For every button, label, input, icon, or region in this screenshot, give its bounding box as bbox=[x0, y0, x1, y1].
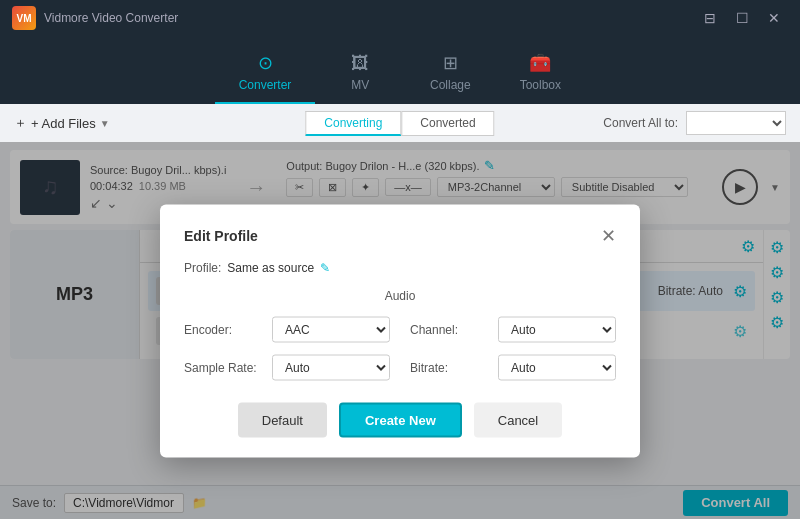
convert-all-label: Convert All to: bbox=[603, 116, 678, 130]
title-bar: VM Vidmore Video Converter ⊟ ☐ ✕ bbox=[0, 0, 800, 36]
dropdown-arrow-icon: ▼ bbox=[100, 118, 110, 129]
channel-row: Channel: Auto Stereo Mono bbox=[410, 316, 616, 342]
title-bar-left: VM Vidmore Video Converter bbox=[12, 6, 178, 30]
modal-title-row: Edit Profile ✕ bbox=[184, 224, 616, 246]
encoder-select[interactable]: AAC MP3 AC3 FLAC bbox=[272, 316, 390, 342]
converted-tab[interactable]: Converted bbox=[401, 111, 494, 136]
main-content: ♫ Source: Bugoy Dril... kbps).i 00:04:32… bbox=[0, 142, 800, 519]
modal-form: Encoder: AAC MP3 AC3 FLAC Channel: Auto … bbox=[184, 316, 616, 380]
modal-close-button[interactable]: ✕ bbox=[601, 224, 616, 246]
convert-tab-switcher: Converting Converted bbox=[305, 111, 494, 136]
tab-toolbox[interactable]: 🧰 Toolbox bbox=[495, 44, 585, 104]
encoder-row: Encoder: AAC MP3 AC3 FLAC bbox=[184, 316, 390, 342]
bitrate-row: Bitrate: Auto 128k 192k 320k bbox=[410, 354, 616, 380]
add-files-button[interactable]: ＋ + Add Files ▼ bbox=[14, 114, 110, 132]
sample-rate-row: Sample Rate: Auto 44100 48000 bbox=[184, 354, 390, 380]
sub-toolbar-inner: ＋ + Add Files ▼ Converting Converted Con… bbox=[14, 111, 786, 135]
sub-toolbar: ＋ + Add Files ▼ Converting Converted Con… bbox=[0, 104, 800, 142]
profile-edit-icon[interactable]: ✎ bbox=[320, 260, 330, 274]
sample-rate-label: Sample Rate: bbox=[184, 360, 264, 374]
modal-profile-row: Profile: Same as source ✎ bbox=[184, 260, 616, 274]
maximize-button[interactable]: ☐ bbox=[728, 8, 756, 28]
bitrate-label: Bitrate: bbox=[410, 360, 490, 374]
tab-converter[interactable]: ⊙ Converter bbox=[215, 44, 316, 104]
converting-tab[interactable]: Converting bbox=[305, 111, 401, 136]
app-title: Vidmore Video Converter bbox=[44, 11, 178, 25]
title-bar-controls: ⊟ ☐ ✕ bbox=[696, 8, 788, 28]
tab-toolbox-label: Toolbox bbox=[520, 78, 561, 92]
profile-value: Same as source bbox=[227, 260, 314, 274]
encoder-label: Encoder: bbox=[184, 322, 264, 336]
app-icon: VM bbox=[12, 6, 36, 30]
default-button[interactable]: Default bbox=[238, 402, 327, 437]
minimize-button[interactable]: ⊟ bbox=[696, 8, 724, 28]
modal-title-text: Edit Profile bbox=[184, 227, 258, 243]
tab-converter-label: Converter bbox=[239, 78, 292, 92]
convert-all-select[interactable] bbox=[686, 111, 786, 135]
modal-footer: Default Create New Cancel bbox=[184, 398, 616, 437]
tab-collage-label: Collage bbox=[430, 78, 471, 92]
cancel-button[interactable]: Cancel bbox=[474, 402, 562, 437]
tab-collage[interactable]: ⊞ Collage bbox=[405, 44, 495, 104]
plus-icon: ＋ bbox=[14, 114, 27, 132]
sample-rate-select[interactable]: Auto 44100 48000 bbox=[272, 354, 390, 380]
tab-mv[interactable]: 🖼 MV bbox=[315, 45, 405, 104]
converter-icon: ⊙ bbox=[258, 52, 273, 74]
tab-mv-label: MV bbox=[351, 78, 369, 92]
channel-label: Channel: bbox=[410, 322, 490, 336]
collage-icon: ⊞ bbox=[443, 52, 458, 74]
close-button[interactable]: ✕ bbox=[760, 8, 788, 28]
nav-bar: ⊙ Converter 🖼 MV ⊞ Collage 🧰 Toolbox bbox=[0, 36, 800, 104]
create-new-button[interactable]: Create New bbox=[339, 402, 462, 437]
channel-modal-select[interactable]: Auto Stereo Mono bbox=[498, 316, 616, 342]
add-files-label: + Add Files bbox=[31, 116, 96, 131]
bitrate-select[interactable]: Auto 128k 192k 320k bbox=[498, 354, 616, 380]
edit-profile-modal: Edit Profile ✕ Profile: Same as source ✎… bbox=[160, 204, 640, 457]
modal-section-title: Audio bbox=[184, 288, 616, 302]
profile-label: Profile: bbox=[184, 260, 221, 274]
toolbox-icon: 🧰 bbox=[529, 52, 551, 74]
mv-icon: 🖼 bbox=[351, 53, 369, 74]
convert-all-group: Convert All to: bbox=[603, 111, 786, 135]
